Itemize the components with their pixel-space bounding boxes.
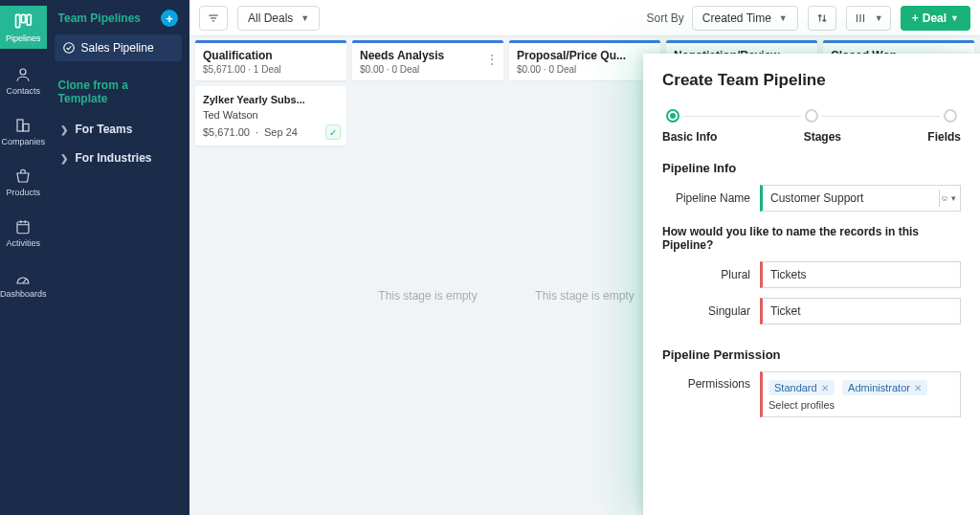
sort-dropdown[interactable]: Created Time ▼ xyxy=(692,6,798,31)
card-owner: Ted Watson xyxy=(203,109,339,121)
toolbar: All Deals ▼ Sort By Created Time ▼ ▼ + D… xyxy=(189,0,980,36)
nav-label: Products xyxy=(7,188,41,197)
plus-icon: + xyxy=(912,11,919,25)
sidebar-clone-header: Clone from a Template xyxy=(55,75,182,109)
permissions-input[interactable]: Standard✕ Administrator✕ Select profiles xyxy=(760,371,961,417)
column-title: Needs Analysis xyxy=(360,49,475,62)
panel-stepper xyxy=(662,109,961,123)
emoji-picker-icon[interactable]: ☺ ▾ xyxy=(939,190,956,207)
step-fields[interactable] xyxy=(940,109,961,123)
chevron-right-icon: ❯ xyxy=(60,153,68,164)
sort-icon xyxy=(815,11,829,25)
nav-label: Companies xyxy=(2,137,46,146)
step-label: Fields xyxy=(927,130,961,144)
deals-filter-label: All Deals xyxy=(248,11,293,25)
panel-title: Create Team Pipeline xyxy=(662,71,961,90)
step-basic-info[interactable] xyxy=(662,109,683,123)
nav-label: Pipelines xyxy=(6,34,41,43)
permission-tag[interactable]: Administrator✕ xyxy=(842,380,927,395)
dashboards-icon xyxy=(14,269,32,286)
nav-label: Activities xyxy=(7,238,41,248)
main: All Deals ▼ Sort By Created Time ▼ ▼ + D… xyxy=(189,0,980,515)
caret-down-icon: ▼ xyxy=(301,13,309,23)
svg-point-3 xyxy=(20,69,26,75)
permissions-placeholder: Select profiles xyxy=(768,399,954,411)
column-count: 0 Deal xyxy=(548,64,576,75)
column-header[interactable]: Needs Analysis $0.00 · 0 Deal ⋮ xyxy=(352,40,503,80)
svg-rect-5 xyxy=(23,124,29,132)
deals-filter-dropdown[interactable]: All Deals ▼ xyxy=(237,6,320,31)
pipeline-name-label: Pipeline Name xyxy=(662,191,750,205)
new-deal-button[interactable]: + Deal ▼ xyxy=(901,6,970,31)
view-toggle-button[interactable]: ▼ xyxy=(846,6,891,31)
companies-icon xyxy=(14,117,32,134)
sidebar-title: Team Pipelines xyxy=(58,11,141,25)
create-pipeline-panel: Create Team Pipeline Basic Info Stages F… xyxy=(643,54,980,515)
kanban-column: Proposal/Price Qu... $0.00 · 0 Deal This… xyxy=(509,40,660,511)
check-circle-icon xyxy=(62,41,76,55)
section-permission: Pipeline Permission xyxy=(662,347,961,362)
permissions-label: Permissions xyxy=(662,371,750,391)
sidebar: Team Pipelines + Sales Pipeline Clone fr… xyxy=(47,0,189,515)
column-header[interactable]: Proposal/Price Qu... $0.00 · 0 Deal xyxy=(509,40,660,80)
nav-dashboards[interactable]: Dashboards xyxy=(0,265,47,302)
singular-input[interactable]: Ticket xyxy=(760,298,961,325)
empty-stage-text: This stage is empty xyxy=(509,80,660,511)
column-amount: $0.00 xyxy=(360,64,384,75)
sort-direction-button[interactable] xyxy=(808,6,836,31)
step-stages[interactable] xyxy=(801,109,822,123)
nav-contacts[interactable]: Contacts xyxy=(0,62,47,100)
nav-activities[interactable]: Activities xyxy=(0,214,47,252)
step-label: Stages xyxy=(804,130,841,144)
column-count: 0 Deal xyxy=(391,64,419,75)
nav-products[interactable]: Products xyxy=(0,164,47,201)
svg-rect-1 xyxy=(22,14,26,22)
nav-pipelines[interactable]: Pipelines xyxy=(0,6,47,49)
step-label: Basic Info xyxy=(662,130,717,144)
nav-rail: Pipelines Contacts Companies Products Ac… xyxy=(0,0,47,515)
sidebar-link-industries[interactable]: ❯ For Industries xyxy=(55,144,182,172)
svg-rect-0 xyxy=(16,14,20,27)
sidebar-link-teams[interactable]: ❯ For Teams xyxy=(55,115,182,144)
tag-label: Standard xyxy=(774,382,817,393)
column-title: Proposal/Price Qu... xyxy=(517,49,632,62)
pipeline-name-value: Customer Support xyxy=(770,191,863,205)
column-header[interactable]: Qualification $5,671.00 · 1 Deal xyxy=(195,40,346,80)
column-more-icon[interactable]: ⋮ xyxy=(486,53,498,66)
empty-stage-text: This stage is empty xyxy=(352,80,503,511)
kanban-column: Qualification $5,671.00 · 1 Deal Zylker … xyxy=(195,40,346,511)
card-date: Sep 24 xyxy=(264,126,298,138)
column-title: Qualification xyxy=(203,49,318,62)
tag-label: Administrator xyxy=(848,382,910,393)
remove-tag-icon[interactable]: ✕ xyxy=(821,383,829,393)
card-amount: $5,671.00 xyxy=(203,126,250,138)
nav-companies[interactable]: Companies xyxy=(0,113,47,150)
pipelines-icon xyxy=(13,11,33,31)
filter-icon-button[interactable] xyxy=(199,6,228,31)
column-amount: $0.00 xyxy=(517,64,541,75)
card-name: Zylker Yearly Subs... xyxy=(203,94,339,105)
plural-label: Plural xyxy=(662,268,750,281)
plural-input[interactable]: Tickets xyxy=(760,261,961,288)
svg-rect-2 xyxy=(27,14,31,25)
singular-value: Ticket xyxy=(770,304,801,318)
new-deal-label: Deal xyxy=(923,11,947,25)
records-question: How would you like to name the records i… xyxy=(662,225,961,252)
svg-point-7 xyxy=(63,43,74,54)
kanban-view-icon xyxy=(854,11,867,25)
sidebar-pipeline-item[interactable]: Sales Pipeline xyxy=(55,34,182,61)
nav-label: Contacts xyxy=(7,86,41,96)
pipeline-name-input[interactable]: Customer Support ☺ ▾ xyxy=(760,185,961,212)
caret-down-icon: ▼ xyxy=(950,13,959,23)
remove-tag-icon[interactable]: ✕ xyxy=(914,383,922,393)
svg-rect-6 xyxy=(17,222,29,234)
sort-label: Sort By xyxy=(646,11,683,25)
deal-card[interactable]: Zylker Yearly Subs... Ted Watson $5,671.… xyxy=(195,86,346,146)
caret-down-icon: ▼ xyxy=(779,13,788,23)
activities-icon xyxy=(14,218,32,235)
svg-rect-4 xyxy=(17,120,23,131)
permission-tag[interactable]: Standard✕ xyxy=(768,380,835,395)
filter-icon xyxy=(207,11,220,25)
sidebar-link-label: For Teams xyxy=(76,123,133,136)
add-pipeline-button[interactable]: + xyxy=(161,10,178,27)
